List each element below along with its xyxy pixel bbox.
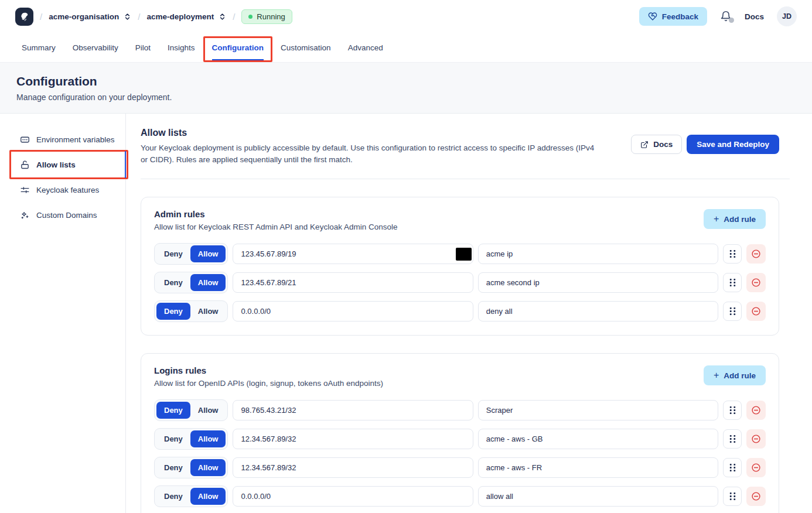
- rule-name-input[interactable]: [478, 244, 718, 264]
- rule-name-input[interactable]: [478, 272, 718, 293]
- ip-input[interactable]: [233, 429, 473, 449]
- chevron-updown-icon: [124, 13, 131, 20]
- card-title: Admin rules: [154, 209, 397, 219]
- deployment-selector[interactable]: acme-deployment: [146, 12, 226, 21]
- notifications-button[interactable]: [720, 11, 732, 22]
- allow-button[interactable]: Allow: [190, 303, 226, 320]
- ip-input-wrap: [233, 486, 473, 507]
- allow-button[interactable]: Allow: [190, 430, 226, 447]
- ip-input[interactable]: [233, 301, 473, 322]
- remove-rule-button[interactable]: [746, 244, 766, 264]
- remove-rule-button[interactable]: [746, 302, 766, 321]
- deny-button[interactable]: Deny: [156, 303, 190, 320]
- section-description: Your Keycloak deployment is publicly acc…: [141, 142, 595, 166]
- drag-handle[interactable]: [723, 244, 742, 264]
- tab-summary[interactable]: Summary: [22, 33, 56, 62]
- status-badge: Running: [241, 9, 292, 24]
- rule-name-input[interactable]: [478, 457, 718, 478]
- deny-button[interactable]: Deny: [156, 245, 190, 262]
- remove-rule-button[interactable]: [746, 401, 766, 420]
- ip-input[interactable]: [233, 244, 473, 264]
- rule-name-input[interactable]: [478, 486, 718, 507]
- drag-handle[interactable]: [723, 429, 742, 449]
- sidebar-item-custom-domains[interactable]: Custom Domains: [0, 206, 125, 224]
- section-header-text: Allow lists Your Keycloak deployment is …: [141, 128, 595, 166]
- brand-logo[interactable]: [15, 8, 33, 26]
- organisation-selector[interactable]: acme-organisation: [49, 12, 131, 21]
- admin-rules-header: Admin rules Allow list for Keycloak REST…: [154, 209, 766, 231]
- deny-button[interactable]: Deny: [156, 402, 190, 419]
- ip-input[interactable]: [233, 486, 473, 507]
- remove-rule-button[interactable]: [746, 429, 766, 449]
- sidebar-item-allow-lists[interactable]: Allow lists: [0, 155, 125, 174]
- minus-circle-icon: [751, 491, 761, 501]
- breadcrumb-separator: /: [138, 12, 140, 22]
- rule-name-input-wrap: [478, 429, 718, 449]
- deny-button[interactable]: Deny: [156, 430, 190, 447]
- add-rule-label: Add rule: [724, 215, 756, 224]
- rule-name-input-wrap: [478, 400, 718, 420]
- sidebar-item-environment-variables[interactable]: Environment variables: [0, 130, 125, 149]
- remove-rule-button[interactable]: [746, 487, 766, 506]
- avatar[interactable]: JD: [777, 6, 797, 26]
- allow-button[interactable]: Allow: [190, 488, 226, 505]
- rule-row: Deny Allow: [154, 272, 766, 293]
- remove-rule-button[interactable]: [746, 273, 766, 292]
- allow-button[interactable]: Allow: [190, 274, 226, 291]
- add-rule-label: Add rule: [724, 371, 756, 380]
- remove-rule-button[interactable]: [746, 458, 766, 477]
- ip-input[interactable]: [233, 272, 473, 293]
- tab-label: Observability: [73, 43, 118, 52]
- admin-rules-list: Deny Allow: [154, 243, 766, 322]
- card-title: Logins rules: [154, 365, 383, 375]
- tab-label: Pilot: [135, 43, 151, 52]
- tab-insights[interactable]: Insights: [168, 33, 195, 62]
- docs-nav-link[interactable]: Docs: [745, 12, 764, 21]
- drag-handle[interactable]: [723, 401, 742, 420]
- drag-dots-icon: [729, 463, 736, 472]
- deny-button[interactable]: Deny: [156, 459, 190, 476]
- deny-button[interactable]: Deny: [156, 274, 190, 291]
- feedback-label: Feedback: [662, 12, 698, 21]
- add-rule-button[interactable]: + Add rule: [704, 365, 766, 385]
- tab-advanced[interactable]: Advanced: [348, 33, 383, 62]
- sidebar-item-label: Keycloak features: [36, 186, 99, 194]
- deny-button[interactable]: Deny: [156, 488, 190, 505]
- drag-handle[interactable]: [723, 487, 742, 506]
- allow-button[interactable]: Allow: [190, 459, 226, 476]
- tab-pilot[interactable]: Pilot: [135, 33, 151, 62]
- allow-button[interactable]: Allow: [190, 245, 226, 262]
- drag-handle[interactable]: [723, 273, 742, 292]
- drag-dots-icon: [729, 435, 736, 443]
- rule-row: Deny Allow: [154, 300, 766, 322]
- ip-input[interactable]: [233, 400, 473, 420]
- drag-handle[interactable]: [723, 302, 742, 321]
- sidebar-item-label: Environment variables: [36, 135, 115, 144]
- card-subtitle: Allow list for Keycloak REST Admin API a…: [154, 223, 397, 231]
- page-title: Configuration: [16, 74, 796, 88]
- save-and-redeploy-button[interactable]: Save and Redeploy: [687, 135, 779, 154]
- allow-button[interactable]: Allow: [190, 402, 226, 419]
- ip-input[interactable]: [233, 457, 473, 478]
- rule-row: Deny Allow: [154, 457, 766, 478]
- rule-name-input[interactable]: [478, 400, 718, 420]
- deny-allow-toggle: Deny Allow: [154, 485, 228, 507]
- ip-input-wrap: [233, 301, 473, 322]
- ip-input-wrap: [233, 272, 473, 293]
- tab-configuration[interactable]: Configuration: [212, 33, 264, 62]
- drag-handle[interactable]: [723, 458, 742, 477]
- drag-dots-icon: [729, 307, 736, 316]
- add-rule-button[interactable]: + Add rule: [704, 209, 766, 229]
- tab-label: Summary: [22, 43, 56, 52]
- feedback-button[interactable]: Feedback: [639, 7, 707, 26]
- minus-circle-icon: [751, 278, 761, 288]
- sidebar-item-keycloak-features[interactable]: Keycloak features: [0, 180, 125, 199]
- tab-label: Insights: [168, 43, 195, 52]
- rule-name-input-wrap: [478, 457, 718, 478]
- rule-name-input[interactable]: [478, 301, 718, 322]
- tab-customisation[interactable]: Customisation: [281, 33, 331, 62]
- section-actions: Docs Save and Redeploy: [631, 128, 779, 154]
- rule-name-input[interactable]: [478, 429, 718, 449]
- tab-observability[interactable]: Observability: [73, 33, 118, 62]
- docs-button[interactable]: Docs: [631, 135, 682, 154]
